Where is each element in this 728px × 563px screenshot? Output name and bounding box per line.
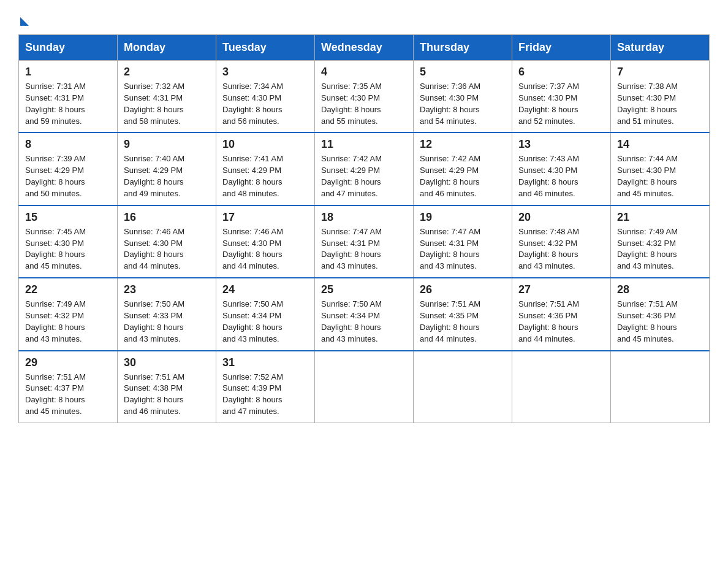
day-number: 18	[321, 211, 407, 224]
day-info: Sunrise: 7:49 AMSunset: 4:32 PMDaylight:…	[617, 226, 703, 272]
day-info: Sunrise: 7:42 AMSunset: 4:29 PMDaylight:…	[420, 153, 506, 199]
day-info: Sunrise: 7:49 AMSunset: 4:32 PMDaylight:…	[25, 299, 111, 345]
day-info: Sunrise: 7:39 AMSunset: 4:29 PMDaylight:…	[25, 153, 111, 199]
calendar-cell: 27 Sunrise: 7:51 AMSunset: 4:36 PMDaylig…	[512, 278, 611, 350]
calendar-week-5: 29 Sunrise: 7:51 AMSunset: 4:37 PMDaylig…	[19, 351, 710, 423]
calendar-cell: 7 Sunrise: 7:38 AMSunset: 4:30 PMDayligh…	[611, 61, 710, 133]
day-info: Sunrise: 7:44 AMSunset: 4:30 PMDaylight:…	[617, 153, 703, 199]
logo	[18, 12, 29, 22]
day-info: Sunrise: 7:46 AMSunset: 4:30 PMDaylight:…	[124, 226, 210, 272]
calendar-cell: 1 Sunrise: 7:31 AMSunset: 4:31 PMDayligh…	[19, 61, 118, 133]
day-number: 24	[222, 283, 308, 296]
day-number: 3	[222, 66, 308, 79]
day-number: 22	[25, 283, 111, 296]
day-info: Sunrise: 7:51 AMSunset: 4:36 PMDaylight:…	[617, 299, 703, 345]
calendar-week-1: 1 Sunrise: 7:31 AMSunset: 4:31 PMDayligh…	[19, 61, 710, 133]
calendar-cell: 28 Sunrise: 7:51 AMSunset: 4:36 PMDaylig…	[611, 278, 710, 350]
calendar-cell: 19 Sunrise: 7:47 AMSunset: 4:31 PMDaylig…	[414, 205, 512, 278]
day-number: 15	[25, 211, 111, 224]
calendar-week-3: 15 Sunrise: 7:45 AMSunset: 4:30 PMDaylig…	[19, 205, 710, 278]
day-number: 14	[617, 138, 703, 151]
day-info: Sunrise: 7:51 AMSunset: 4:37 PMDaylight:…	[25, 372, 111, 418]
day-info: Sunrise: 7:43 AMSunset: 4:30 PMDaylight:…	[518, 153, 604, 199]
day-number: 17	[222, 211, 308, 224]
calendar-week-2: 8 Sunrise: 7:39 AMSunset: 4:29 PMDayligh…	[19, 132, 710, 205]
day-number: 23	[124, 283, 210, 296]
calendar-cell: 17 Sunrise: 7:46 AMSunset: 4:30 PMDaylig…	[216, 205, 315, 278]
calendar-cell	[414, 351, 512, 423]
day-number: 8	[25, 138, 111, 151]
day-number: 16	[124, 211, 210, 224]
day-info: Sunrise: 7:35 AMSunset: 4:30 PMDaylight:…	[321, 81, 407, 127]
day-info: Sunrise: 7:40 AMSunset: 4:29 PMDaylight:…	[124, 153, 210, 199]
calendar-cell: 11 Sunrise: 7:42 AMSunset: 4:29 PMDaylig…	[315, 132, 414, 205]
calendar-body: 1 Sunrise: 7:31 AMSunset: 4:31 PMDayligh…	[19, 61, 710, 423]
day-number: 20	[518, 211, 604, 224]
day-number: 6	[518, 66, 604, 79]
day-number: 29	[25, 356, 111, 369]
logo-arrow-icon	[20, 17, 29, 26]
header-friday: Friday	[512, 35, 611, 61]
calendar-cell: 5 Sunrise: 7:36 AMSunset: 4:30 PMDayligh…	[414, 61, 512, 133]
day-number: 1	[25, 66, 111, 79]
calendar-cell: 15 Sunrise: 7:45 AMSunset: 4:30 PMDaylig…	[19, 205, 118, 278]
calendar-cell	[512, 351, 611, 423]
calendar-cell: 29 Sunrise: 7:51 AMSunset: 4:37 PMDaylig…	[19, 351, 118, 423]
calendar-cell: 12 Sunrise: 7:42 AMSunset: 4:29 PMDaylig…	[414, 132, 512, 205]
day-info: Sunrise: 7:48 AMSunset: 4:32 PMDaylight:…	[518, 226, 604, 272]
calendar-cell: 23 Sunrise: 7:50 AMSunset: 4:33 PMDaylig…	[118, 278, 216, 350]
day-number: 2	[124, 66, 210, 79]
day-info: Sunrise: 7:51 AMSunset: 4:35 PMDaylight:…	[420, 299, 506, 345]
day-info: Sunrise: 7:42 AMSunset: 4:29 PMDaylight:…	[321, 153, 407, 199]
calendar-cell: 9 Sunrise: 7:40 AMSunset: 4:29 PMDayligh…	[118, 132, 216, 205]
day-info: Sunrise: 7:45 AMSunset: 4:30 PMDaylight:…	[25, 226, 111, 272]
calendar-cell: 14 Sunrise: 7:44 AMSunset: 4:30 PMDaylig…	[611, 132, 710, 205]
day-info: Sunrise: 7:34 AMSunset: 4:30 PMDaylight:…	[222, 81, 308, 127]
header-row: Sunday Monday Tuesday Wednesday Thursday…	[19, 35, 710, 61]
calendar-table: Sunday Monday Tuesday Wednesday Thursday…	[18, 34, 710, 423]
calendar-cell: 2 Sunrise: 7:32 AMSunset: 4:31 PMDayligh…	[118, 61, 216, 133]
day-info: Sunrise: 7:50 AMSunset: 4:34 PMDaylight:…	[222, 299, 308, 345]
calendar-cell: 6 Sunrise: 7:37 AMSunset: 4:30 PMDayligh…	[512, 61, 611, 133]
calendar-cell: 13 Sunrise: 7:43 AMSunset: 4:30 PMDaylig…	[512, 132, 611, 205]
day-info: Sunrise: 7:38 AMSunset: 4:30 PMDaylight:…	[617, 81, 703, 127]
day-number: 10	[222, 138, 308, 151]
day-info: Sunrise: 7:51 AMSunset: 4:38 PMDaylight:…	[124, 372, 210, 418]
day-info: Sunrise: 7:46 AMSunset: 4:30 PMDaylight:…	[222, 226, 308, 272]
day-info: Sunrise: 7:50 AMSunset: 4:34 PMDaylight:…	[321, 299, 407, 345]
day-info: Sunrise: 7:32 AMSunset: 4:31 PMDaylight:…	[124, 81, 210, 127]
calendar-cell: 24 Sunrise: 7:50 AMSunset: 4:34 PMDaylig…	[216, 278, 315, 350]
calendar-cell: 31 Sunrise: 7:52 AMSunset: 4:39 PMDaylig…	[216, 351, 315, 423]
day-info: Sunrise: 7:52 AMSunset: 4:39 PMDaylight:…	[222, 372, 308, 418]
day-number: 30	[124, 356, 210, 369]
header-sunday: Sunday	[19, 35, 118, 61]
day-number: 26	[420, 283, 506, 296]
calendar-cell: 10 Sunrise: 7:41 AMSunset: 4:29 PMDaylig…	[216, 132, 315, 205]
calendar-cell: 30 Sunrise: 7:51 AMSunset: 4:38 PMDaylig…	[118, 351, 216, 423]
day-number: 28	[617, 283, 703, 296]
header-saturday: Saturday	[611, 35, 710, 61]
calendar-week-4: 22 Sunrise: 7:49 AMSunset: 4:32 PMDaylig…	[19, 278, 710, 350]
header-monday: Monday	[118, 35, 216, 61]
header-thursday: Thursday	[414, 35, 512, 61]
calendar-cell: 20 Sunrise: 7:48 AMSunset: 4:32 PMDaylig…	[512, 205, 611, 278]
calendar-cell: 22 Sunrise: 7:49 AMSunset: 4:32 PMDaylig…	[19, 278, 118, 350]
day-number: 25	[321, 283, 407, 296]
day-info: Sunrise: 7:47 AMSunset: 4:31 PMDaylight:…	[321, 226, 407, 272]
day-info: Sunrise: 7:41 AMSunset: 4:29 PMDaylight:…	[222, 153, 308, 199]
calendar-cell: 16 Sunrise: 7:46 AMSunset: 4:30 PMDaylig…	[118, 205, 216, 278]
calendar-cell	[315, 351, 414, 423]
day-number: 11	[321, 138, 407, 151]
calendar-cell: 18 Sunrise: 7:47 AMSunset: 4:31 PMDaylig…	[315, 205, 414, 278]
day-number: 7	[617, 66, 703, 79]
day-number: 19	[420, 211, 506, 224]
calendar-cell: 26 Sunrise: 7:51 AMSunset: 4:35 PMDaylig…	[414, 278, 512, 350]
calendar-cell: 3 Sunrise: 7:34 AMSunset: 4:30 PMDayligh…	[216, 61, 315, 133]
day-number: 12	[420, 138, 506, 151]
calendar-cell: 8 Sunrise: 7:39 AMSunset: 4:29 PMDayligh…	[19, 132, 118, 205]
calendar-cell: 25 Sunrise: 7:50 AMSunset: 4:34 PMDaylig…	[315, 278, 414, 350]
calendar-header: Sunday Monday Tuesday Wednesday Thursday…	[19, 35, 710, 61]
header-wednesday: Wednesday	[315, 35, 414, 61]
day-number: 13	[518, 138, 604, 151]
day-number: 5	[420, 66, 506, 79]
